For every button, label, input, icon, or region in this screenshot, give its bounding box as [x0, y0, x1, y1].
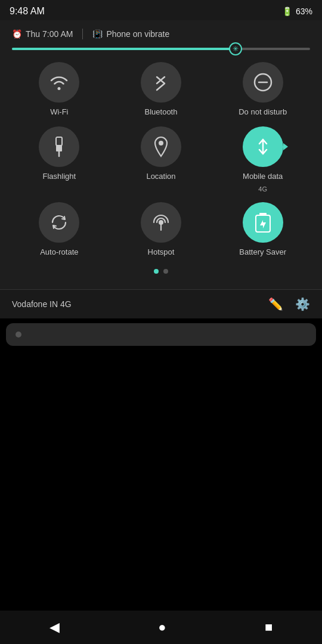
- flashlight-circle: [39, 126, 79, 167]
- svg-rect-2: [56, 137, 62, 145]
- settings-icon[interactable]: ⚙️: [295, 297, 310, 311]
- alarm-section: ⏰ Thu 7:00 AM: [12, 29, 73, 39]
- mobiledata-label: Mobile data: [243, 172, 283, 181]
- vibrate-text: Phone on vibrate: [106, 29, 169, 39]
- brightness-thumb[interactable]: ✳: [229, 42, 242, 55]
- tile-bluetooth[interactable]: Bluetooth: [114, 62, 209, 117]
- recent-button[interactable]: ■: [265, 620, 273, 635]
- wifi-label: Wi-Fi: [50, 107, 68, 117]
- sun-icon: ✳: [233, 45, 239, 53]
- battery-icon: 🔋: [282, 7, 292, 16]
- svg-point-6: [159, 220, 163, 225]
- tile-grid: Wi-Fi Bluetooth Do not disturb: [12, 62, 310, 257]
- notification-area: [6, 323, 316, 346]
- tile-wifi[interactable]: Wi-Fi: [12, 62, 107, 117]
- svg-rect-3: [56, 145, 62, 151]
- batterysaver-label: Battery Saver: [239, 247, 286, 257]
- status-bar: 9:48 AM 🔋 63%: [0, 0, 322, 20]
- dnd-circle: [243, 62, 283, 103]
- location-label: Location: [146, 172, 175, 181]
- quick-panel: ⏰ Thu 7:00 AM 📳 Phone on vibrate ✳: [0, 20, 322, 289]
- bluetooth-label: Bluetooth: [145, 107, 178, 117]
- notif-dot: [16, 332, 21, 338]
- home-button[interactable]: ●: [158, 620, 166, 635]
- mobiledata-circle: [243, 126, 283, 167]
- wifi-circle: [39, 62, 79, 103]
- status-right: 🔋 63%: [282, 7, 312, 16]
- page-dots: [12, 269, 310, 274]
- tile-mobiledata[interactable]: Mobile data 4G: [215, 126, 310, 193]
- network-label: Vodafone IN 4G: [12, 299, 72, 309]
- vibrate-section: 📳 Phone on vibrate: [92, 29, 169, 39]
- back-button[interactable]: ◀: [49, 620, 60, 635]
- dot-1[interactable]: [154, 269, 159, 274]
- tile-flashlight[interactable]: Flashlight: [12, 126, 107, 193]
- bottom-icons: ✏️ ⚙️: [268, 297, 310, 311]
- vibrate-icon: 📳: [92, 29, 103, 39]
- edit-icon[interactable]: ✏️: [268, 297, 283, 311]
- nav-bar: ◀ ● ■: [0, 611, 322, 644]
- location-circle: [141, 126, 181, 167]
- bluetooth-circle: [141, 62, 181, 103]
- dot-2[interactable]: [163, 269, 168, 274]
- brightness-slider[interactable]: ✳: [12, 48, 310, 50]
- bottom-bar: Vodafone IN 4G ✏️ ⚙️: [0, 289, 322, 318]
- flashlight-label: Flashlight: [43, 172, 76, 181]
- battery-percent: 63%: [296, 7, 312, 16]
- mobiledata-arrow: [283, 143, 288, 150]
- tile-batterysaver[interactable]: Battery Saver: [215, 202, 310, 257]
- svg-point-5: [159, 141, 163, 145]
- brightness-fill: [12, 48, 236, 50]
- batterysaver-circle: [243, 202, 283, 243]
- hotspot-circle: [141, 202, 181, 243]
- tile-hotspot[interactable]: Hotspot: [114, 202, 209, 257]
- autorotate-label: Auto-rotate: [40, 247, 78, 257]
- status-time: 9:48 AM: [10, 6, 45, 17]
- brightness-row[interactable]: ✳: [12, 48, 310, 50]
- info-divider: [82, 29, 83, 39]
- hotspot-label: Hotspot: [148, 247, 175, 257]
- info-row: ⏰ Thu 7:00 AM 📳 Phone on vibrate: [12, 29, 310, 39]
- svg-rect-9: [259, 213, 267, 216]
- alarm-icon: ⏰: [12, 29, 22, 39]
- tile-autorotate[interactable]: Auto-rotate: [12, 202, 107, 257]
- tile-location[interactable]: Location: [114, 126, 209, 193]
- dnd-label: Do not disturb: [239, 107, 287, 117]
- alarm-text: Thu 7:00 AM: [26, 29, 73, 39]
- mobiledata-sublabel: 4G: [258, 185, 267, 193]
- autorotate-circle: [39, 202, 79, 243]
- tile-dnd[interactable]: Do not disturb: [215, 62, 310, 117]
